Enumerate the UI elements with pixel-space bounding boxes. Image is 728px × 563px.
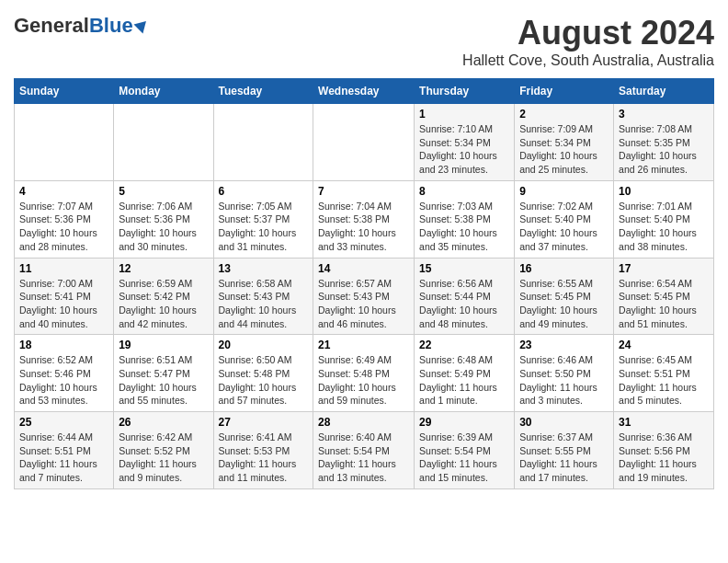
- day-number: 6: [219, 185, 309, 198]
- day-info: Sunrise: 7:05 AM Sunset: 5:37 PM Dayligh…: [219, 200, 309, 254]
- calendar-cell: 18Sunrise: 6:52 AM Sunset: 5:46 PM Dayli…: [15, 335, 114, 412]
- calendar-cell: 1Sunrise: 7:10 AM Sunset: 5:34 PM Daylig…: [415, 104, 515, 181]
- calendar-cell: 30Sunrise: 6:37 AM Sunset: 5:55 PM Dayli…: [515, 412, 614, 489]
- day-number: 1: [419, 108, 509, 121]
- day-number: 31: [619, 416, 709, 429]
- calendar-cell: 13Sunrise: 6:58 AM Sunset: 5:43 PM Dayli…: [213, 258, 313, 335]
- calendar-cell: 3Sunrise: 7:08 AM Sunset: 5:35 PM Daylig…: [614, 104, 714, 181]
- calendar-cell: 21Sunrise: 6:49 AM Sunset: 5:48 PM Dayli…: [313, 335, 415, 412]
- day-number: 18: [19, 339, 108, 351]
- day-header-thursday: Thursday: [415, 79, 515, 104]
- logo-icon: [133, 17, 150, 34]
- logo-text: GeneralBlue: [14, 14, 133, 38]
- calendar-cell: 25Sunrise: 6:44 AM Sunset: 5:51 PM Dayli…: [15, 412, 114, 489]
- day-number: 7: [318, 185, 409, 198]
- day-number: 10: [619, 185, 709, 198]
- day-info: Sunrise: 6:55 AM Sunset: 5:45 PM Dayligh…: [519, 277, 609, 331]
- day-info: Sunrise: 6:48 AM Sunset: 5:49 PM Dayligh…: [419, 353, 509, 408]
- day-number: 30: [519, 416, 609, 429]
- calendar-cell: 22Sunrise: 6:48 AM Sunset: 5:49 PM Dayli…: [415, 335, 515, 412]
- calendar-cell: 23Sunrise: 6:46 AM Sunset: 5:50 PM Dayli…: [515, 335, 614, 412]
- calendar-cell: 10Sunrise: 7:01 AM Sunset: 5:40 PM Dayli…: [614, 180, 714, 258]
- day-number: 23: [519, 339, 609, 351]
- day-number: 2: [519, 108, 609, 121]
- calendar-cell: 8Sunrise: 7:03 AM Sunset: 5:38 PM Daylig…: [415, 180, 515, 258]
- day-header-wednesday: Wednesday: [313, 79, 415, 104]
- day-number: 16: [519, 262, 609, 275]
- day-number: 24: [619, 339, 709, 351]
- calendar-cell: 5Sunrise: 7:06 AM Sunset: 5:36 PM Daylig…: [114, 180, 213, 258]
- day-number: 19: [119, 339, 208, 351]
- day-number: 21: [318, 339, 409, 351]
- calendar-cell: 12Sunrise: 6:59 AM Sunset: 5:42 PM Dayli…: [114, 258, 213, 335]
- day-info: Sunrise: 6:49 AM Sunset: 5:48 PM Dayligh…: [318, 353, 409, 408]
- day-info: Sunrise: 6:36 AM Sunset: 5:56 PM Dayligh…: [619, 431, 709, 485]
- day-number: 26: [119, 416, 208, 429]
- calendar-cell: 31Sunrise: 6:36 AM Sunset: 5:56 PM Dayli…: [614, 412, 714, 489]
- day-info: Sunrise: 6:58 AM Sunset: 5:43 PM Dayligh…: [219, 277, 309, 331]
- day-info: Sunrise: 6:41 AM Sunset: 5:53 PM Dayligh…: [219, 431, 309, 485]
- day-info: Sunrise: 7:06 AM Sunset: 5:36 PM Dayligh…: [119, 200, 208, 254]
- calendar-cell: 9Sunrise: 7:02 AM Sunset: 5:40 PM Daylig…: [515, 180, 614, 258]
- calendar-cell: 19Sunrise: 6:51 AM Sunset: 5:47 PM Dayli…: [114, 335, 213, 412]
- calendar-cell: 28Sunrise: 6:40 AM Sunset: 5:54 PM Dayli…: [313, 412, 415, 489]
- subtitle: Hallett Cove, South Australia, Australia: [462, 52, 714, 69]
- day-info: Sunrise: 6:52 AM Sunset: 5:46 PM Dayligh…: [19, 353, 108, 408]
- calendar-cell: [114, 104, 213, 181]
- day-number: 22: [419, 339, 509, 351]
- day-info: Sunrise: 6:42 AM Sunset: 5:52 PM Dayligh…: [119, 431, 208, 485]
- calendar-cell: 4Sunrise: 7:07 AM Sunset: 5:36 PM Daylig…: [15, 180, 114, 258]
- day-info: Sunrise: 7:03 AM Sunset: 5:38 PM Dayligh…: [419, 200, 509, 254]
- day-header-saturday: Saturday: [614, 79, 714, 104]
- calendar-cell: [313, 104, 415, 181]
- day-number: 4: [19, 185, 108, 198]
- calendar-cell: 26Sunrise: 6:42 AM Sunset: 5:52 PM Dayli…: [114, 412, 213, 489]
- calendar-cell: 6Sunrise: 7:05 AM Sunset: 5:37 PM Daylig…: [213, 180, 313, 258]
- day-info: Sunrise: 6:40 AM Sunset: 5:54 PM Dayligh…: [318, 431, 409, 485]
- calendar-cell: 2Sunrise: 7:09 AM Sunset: 5:34 PM Daylig…: [515, 104, 614, 181]
- calendar-table: SundayMondayTuesdayWednesdayThursdayFrid…: [14, 78, 714, 489]
- day-info: Sunrise: 7:07 AM Sunset: 5:36 PM Dayligh…: [19, 200, 108, 254]
- day-header-monday: Monday: [114, 79, 213, 104]
- day-info: Sunrise: 6:37 AM Sunset: 5:55 PM Dayligh…: [519, 431, 609, 485]
- day-header-sunday: Sunday: [15, 79, 114, 104]
- day-header-friday: Friday: [515, 79, 614, 104]
- calendar-cell: 16Sunrise: 6:55 AM Sunset: 5:45 PM Dayli…: [515, 258, 614, 335]
- day-info: Sunrise: 7:09 AM Sunset: 5:34 PM Dayligh…: [519, 122, 609, 177]
- day-info: Sunrise: 6:59 AM Sunset: 5:42 PM Dayligh…: [119, 277, 208, 331]
- day-info: Sunrise: 7:10 AM Sunset: 5:34 PM Dayligh…: [419, 122, 509, 177]
- day-info: Sunrise: 7:02 AM Sunset: 5:40 PM Dayligh…: [519, 200, 609, 254]
- day-number: 28: [318, 416, 409, 429]
- day-info: Sunrise: 6:44 AM Sunset: 5:51 PM Dayligh…: [19, 431, 108, 485]
- day-number: 3: [619, 108, 709, 121]
- day-number: 11: [19, 262, 108, 275]
- calendar-cell: 7Sunrise: 7:04 AM Sunset: 5:38 PM Daylig…: [313, 180, 415, 258]
- day-header-tuesday: Tuesday: [213, 79, 313, 104]
- day-number: 8: [419, 185, 509, 198]
- day-info: Sunrise: 7:01 AM Sunset: 5:40 PM Dayligh…: [619, 200, 709, 254]
- day-info: Sunrise: 6:46 AM Sunset: 5:50 PM Dayligh…: [519, 353, 609, 408]
- main-title: August 2024: [462, 14, 714, 52]
- day-number: 15: [419, 262, 509, 275]
- day-info: Sunrise: 6:56 AM Sunset: 5:44 PM Dayligh…: [419, 277, 509, 331]
- day-number: 13: [219, 262, 309, 275]
- calendar-cell: 27Sunrise: 6:41 AM Sunset: 5:53 PM Dayli…: [213, 412, 313, 489]
- day-number: 20: [219, 339, 309, 351]
- day-info: Sunrise: 6:54 AM Sunset: 5:45 PM Dayligh…: [619, 277, 709, 331]
- day-info: Sunrise: 7:00 AM Sunset: 5:41 PM Dayligh…: [19, 277, 108, 331]
- day-info: Sunrise: 7:08 AM Sunset: 5:35 PM Dayligh…: [619, 122, 709, 177]
- day-number: 25: [19, 416, 108, 429]
- title-area: August 2024 Hallett Cove, South Australi…: [462, 14, 714, 69]
- calendar-cell: 24Sunrise: 6:45 AM Sunset: 5:51 PM Dayli…: [614, 335, 714, 412]
- day-info: Sunrise: 6:51 AM Sunset: 5:47 PM Dayligh…: [119, 353, 208, 408]
- day-info: Sunrise: 6:57 AM Sunset: 5:43 PM Dayligh…: [318, 277, 409, 331]
- day-number: 29: [419, 416, 509, 429]
- calendar-cell: [15, 104, 114, 181]
- day-number: 27: [219, 416, 309, 429]
- day-info: Sunrise: 6:45 AM Sunset: 5:51 PM Dayligh…: [619, 353, 709, 408]
- day-info: Sunrise: 7:04 AM Sunset: 5:38 PM Dayligh…: [318, 200, 409, 254]
- day-number: 14: [318, 262, 409, 275]
- day-number: 5: [119, 185, 208, 198]
- logo: GeneralBlue: [14, 14, 150, 38]
- calendar-cell: 14Sunrise: 6:57 AM Sunset: 5:43 PM Dayli…: [313, 258, 415, 335]
